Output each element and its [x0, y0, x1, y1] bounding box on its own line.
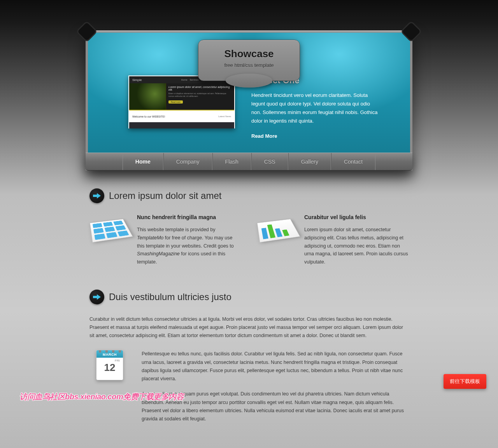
calendar-icon: MARCH FRI 12 — [89, 350, 130, 430]
body-paragraph: Curabitur in velit dictum tellus consect… — [89, 315, 409, 340]
nav-home[interactable]: Home — [123, 153, 163, 170]
column-text: Lorem ipsum dolor sit amet, consectetur … — [304, 226, 409, 266]
section-title: Lorem ipsum dolor sit amet — [109, 190, 221, 201]
templatemo-link[interactable]: TemplateMo — [137, 235, 163, 241]
body-paragraph: Aenean aliquam aliquam purus eget volutp… — [142, 390, 409, 423]
project-thumbnail[interactable]: Simple HomeServicesGalleryCompanyContact… — [128, 76, 235, 128]
thumb-brand: Simple — [132, 78, 142, 82]
main-nav: Home Company Flash CSS Gallery Contact — [86, 153, 412, 170]
smashingmagazine-link[interactable]: SmashingMagazine — [137, 251, 180, 257]
site-title: Showcase — [202, 48, 296, 60]
nav-company[interactable]: Company — [163, 153, 212, 170]
read-more-link[interactable]: Read More — [251, 133, 277, 139]
chart-bars-icon — [257, 214, 297, 266]
arrow-icon — [89, 290, 104, 304]
site-subtitle: free html/css template — [202, 62, 296, 68]
project-description: Hendrerit tincidunt vero vel eorum clari… — [251, 91, 380, 125]
document-grid-icon — [89, 214, 130, 266]
column-heading: Nunc hendrerit fringilla magna — [137, 214, 241, 220]
spotlight-icon — [77, 22, 96, 41]
nav-css[interactable]: CSS — [251, 153, 288, 170]
arrow-icon — [89, 188, 104, 203]
body-paragraph: Pellentesque eu tellus nunc, quis facili… — [142, 350, 409, 383]
nav-contact[interactable]: Contact — [331, 153, 375, 170]
spotlight-icon — [402, 22, 421, 41]
nav-flash[interactable]: Flash — [212, 153, 251, 170]
nav-gallery[interactable]: Gallery — [288, 153, 331, 170]
column-heading: Curabitur vel ligula felis — [304, 214, 409, 220]
download-template-button[interactable]: 前往下载模板 — [444, 374, 486, 389]
column-text: This website template is provided by Tem… — [137, 226, 241, 266]
section-title: Duis vestibulum ultricies justo — [109, 292, 231, 302]
site-header-badge: Showcase free html/css template — [198, 40, 300, 81]
